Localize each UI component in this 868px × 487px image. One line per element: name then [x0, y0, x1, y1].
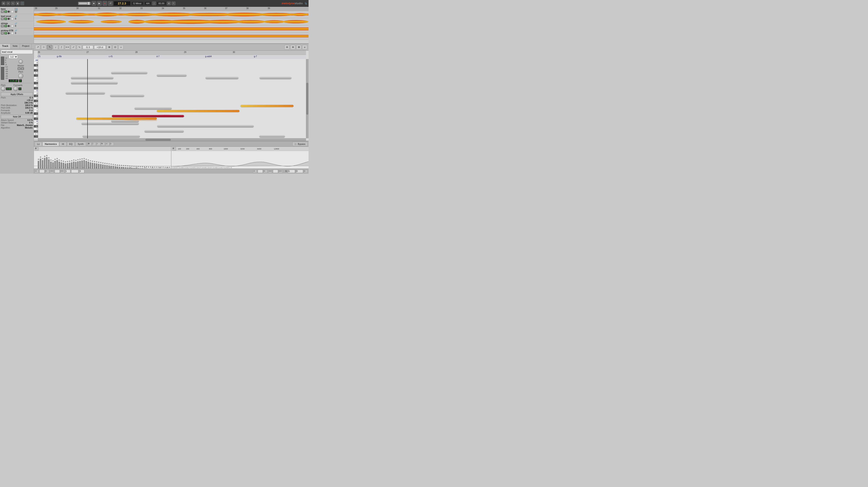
mute-picking-gtr[interactable]: M [1, 32, 4, 34]
notes-canvas[interactable] [38, 59, 306, 138]
master-s-btn[interactable]: S [21, 67, 24, 70]
note-D3-1[interactable] [157, 125, 254, 127]
note-B3-pitch[interactable] [241, 105, 293, 107]
tab-track[interactable]: Track [0, 44, 10, 49]
track-vol-bass[interactable] [10, 11, 10, 12]
grid-icon[interactable]: ⊞ [2, 1, 5, 5]
tool-stretch[interactable]: ⤢ [71, 45, 76, 50]
btm-btn3[interactable]: ◁◁ [50, 170, 54, 173]
piano-roll-vscrollbar[interactable] [306, 59, 309, 138]
note-off-button[interactable]: Note Off [1, 115, 33, 119]
note-Ab3-pitch[interactable] [157, 110, 240, 112]
tool-settings3[interactable]: ≡ [302, 45, 307, 50]
note-Bb2-2[interactable] [259, 135, 285, 137]
mute-bass[interactable]: M [1, 10, 4, 13]
tempo-tap[interactable]: ⊕ [167, 1, 171, 5]
btm-right-input1[interactable] [258, 170, 263, 173]
tool-settings1[interactable]: ⊛ [284, 45, 289, 50]
waveform-strings[interactable] [34, 25, 309, 33]
btm-btn2[interactable]: ▷ [45, 170, 49, 173]
tool-zoom[interactable]: + [119, 45, 124, 50]
tab-synth[interactable]: Synth [75, 142, 86, 146]
note-A4-1[interactable] [157, 74, 186, 76]
track-icon-lv2[interactable]: 🎚 [14, 18, 17, 20]
stop-button[interactable]: ■ [92, 1, 96, 6]
note-G4-3[interactable] [259, 77, 291, 79]
waveform-picking-gtr[interactable] [34, 33, 309, 40]
loop-button[interactable]: ↺ [108, 1, 113, 6]
record-button[interactable]: ● [102, 1, 107, 6]
track-check-bass[interactable] [11, 10, 13, 13]
mute-lead-vocal[interactable]: M [1, 18, 4, 20]
btm-btn4[interactable]: ▷▷ [61, 170, 64, 173]
btm-right1[interactable]: ◁ [253, 170, 257, 173]
solo-picking-gtr[interactable]: S [4, 32, 7, 34]
tool-pitch[interactable]: ♩ [53, 45, 58, 50]
volume-fader[interactable] [1, 57, 4, 80]
track-icon-gtr1[interactable]: 🔗 [14, 29, 17, 32]
channel-select[interactable]: 1-2 [9, 55, 18, 59]
tool-settings2[interactable]: ⊠ [296, 45, 301, 50]
solo-bass[interactable]: S [4, 10, 7, 13]
note-Fs3-1[interactable] [111, 120, 139, 122]
note-Bb2-1[interactable] [83, 135, 140, 137]
track-vol-picking-gtr[interactable] [10, 32, 10, 34]
spec-tool3[interactable]: ○ [97, 142, 100, 146]
btm-input1[interactable] [39, 170, 44, 173]
time-sig-display[interactable]: 4/4 [144, 1, 151, 5]
btm-input4[interactable] [71, 170, 79, 173]
note-Eb3-1[interactable] [82, 123, 139, 125]
master-knob[interactable] [19, 60, 23, 64]
tool-copy[interactable]: ⊕ [290, 45, 296, 50]
list-icon[interactable]: ≡ [6, 1, 10, 5]
spec-settings-icon[interactable]: ⚙ [35, 147, 38, 151]
note-F3-pitch[interactable] [76, 118, 157, 120]
tool-quantize[interactable]: ⊡ [113, 45, 118, 50]
spec-tool5[interactable]: ◁ [105, 142, 110, 146]
multitrack-scrollbar[interactable] [34, 43, 309, 44]
btm-key-input[interactable]: G [288, 170, 295, 173]
btm-key-input2[interactable]: D [296, 170, 303, 173]
tab-hi[interactable]: Hi [60, 142, 66, 146]
spec-tool4[interactable]: % [101, 142, 105, 146]
tool-edit[interactable]: ✎ [47, 45, 52, 50]
track-icon-bass2[interactable]: 🎚 [14, 10, 18, 12]
pan-knob[interactable] [18, 73, 23, 78]
spec-right-settings[interactable]: ⚙ [172, 147, 176, 151]
key-display[interactable]: G Minor [131, 1, 144, 5]
note-Bb4-1[interactable] [111, 72, 147, 74]
tab-lo[interactable]: Lo [35, 142, 42, 146]
note-G4-2[interactable] [206, 77, 239, 79]
tool-select[interactable]: ⊹ [41, 45, 46, 50]
track-icon-gtr2[interactable]: 🎚 [14, 32, 17, 34]
apply-offsets-button[interactable]: Apply Offsets [1, 92, 33, 96]
note-C3-1[interactable] [145, 130, 184, 132]
progress-bar[interactable] [78, 2, 91, 5]
spec-tool1[interactable]: ⊠ [88, 142, 92, 146]
pitch-knob[interactable] [1, 87, 5, 91]
tool-time[interactable]: ⟷ [65, 45, 70, 50]
play-button[interactable]: ▶ [97, 1, 102, 6]
tab-eq[interactable]: EQ [67, 142, 75, 146]
note-D4-1[interactable] [66, 92, 105, 94]
note-G3-selected[interactable] [112, 115, 184, 117]
btm-right2[interactable]: ▷ [264, 170, 268, 173]
btm-right4[interactable]: ▷▷ [279, 170, 283, 173]
btm-right-input2[interactable] [273, 170, 278, 173]
track-icon-bass1[interactable]: 🔗 [14, 8, 18, 10]
waveform-bass[interactable] [34, 11, 309, 18]
track-check-lead-vocal[interactable] [11, 18, 13, 20]
btm-btn1[interactable]: ◁ [35, 170, 38, 173]
wave-icon[interactable]: ∿ [11, 1, 15, 5]
bypass-checkbox[interactable]: □ [295, 143, 296, 145]
solo-lead-vocal[interactable]: S [4, 18, 7, 20]
track-check-strings[interactable] [11, 25, 13, 27]
vscrollbar-thumb[interactable] [306, 83, 308, 115]
master-m-btn[interactable]: M [18, 67, 21, 70]
piano-roll-hscrollbar[interactable] [38, 138, 306, 141]
spec-tool6[interactable]: ▷ [110, 142, 114, 146]
settings-icon[interactable]: ⌖ [172, 1, 176, 5]
solo-strings[interactable]: S [4, 25, 7, 27]
note-Bb3-1[interactable] [134, 107, 172, 109]
spec-tool2[interactable]: □ [92, 142, 96, 146]
